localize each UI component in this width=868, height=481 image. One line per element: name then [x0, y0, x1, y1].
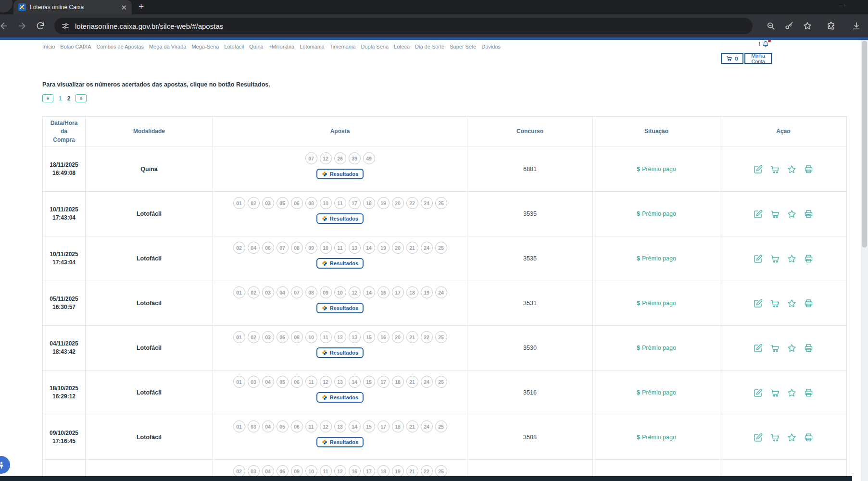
star-icon[interactable]: [787, 432, 797, 443]
nav-item-dupla-sena[interactable]: Dupla Sena: [361, 44, 389, 49]
nav-item-lotomania[interactable]: Lotomania: [300, 44, 324, 49]
cart-icon[interactable]: [770, 298, 780, 308]
accessibility-widget-icon[interactable]: [0, 456, 10, 474]
cart-icon[interactable]: [770, 164, 780, 174]
status-currency-sign: $: [637, 210, 640, 217]
site-info-icon[interactable]: [61, 22, 70, 30]
nav-item-loteca[interactable]: Loteca: [394, 44, 410, 49]
star-icon[interactable]: [787, 254, 797, 264]
pagination-page-1[interactable]: 1: [59, 95, 62, 102]
results-button[interactable]: Resultados: [316, 213, 364, 224]
extensions-icon[interactable]: [827, 21, 836, 31]
print-icon[interactable]: [804, 343, 814, 353]
cart-icon[interactable]: [770, 209, 780, 219]
bet-numbers-cell: 010304050611121314151718212425Resultados: [213, 370, 467, 415]
pagination-next-button[interactable]: »: [75, 94, 87, 102]
bet-number-chip: 03: [248, 420, 260, 432]
bet-time: 17:16:45: [52, 437, 75, 445]
print-icon[interactable]: [804, 209, 814, 219]
bet-datetime: 10/11/202517:43:04: [43, 192, 86, 236]
print-icon[interactable]: [804, 432, 814, 443]
nav-item-quina[interactable]: Quina: [249, 44, 263, 49]
nav-item-dia-de-sorte[interactable]: Dia de Sorte: [415, 44, 444, 49]
nav-item-mega-da-virada[interactable]: Mega da Virada: [149, 44, 186, 49]
cart-icon[interactable]: [770, 388, 780, 398]
print-icon[interactable]: [804, 254, 814, 264]
bet-actions: [720, 147, 847, 192]
minha-conta-button[interactable]: Minha Conta: [744, 53, 772, 64]
zoom-indicator-icon[interactable]: [766, 21, 776, 31]
edit-icon[interactable]: [753, 432, 763, 443]
results-button[interactable]: Resultados: [316, 347, 364, 358]
bet-number-chip: 02: [233, 242, 245, 254]
bookmark-star-icon[interactable]: [803, 21, 812, 31]
edit-icon[interactable]: [753, 254, 763, 264]
nav-item--milionaria[interactable]: +Milionária: [269, 44, 295, 49]
nav-item-bolao-caixa[interactable]: Bolão CAIXA: [60, 44, 91, 49]
bet-number-chip: 03: [262, 286, 274, 298]
bet-number-chip: 18: [406, 286, 418, 298]
bet-number-chip: 13: [334, 420, 346, 432]
edit-icon[interactable]: [753, 388, 763, 398]
status-currency-sign: $: [637, 389, 640, 396]
browser-tab[interactable]: Loterias online Caixa ✕: [13, 0, 132, 14]
edit-icon[interactable]: [753, 164, 763, 174]
nav-item-inicio[interactable]: Início: [42, 44, 55, 49]
results-button[interactable]: Resultados: [316, 258, 364, 269]
nav-item-lotofacil[interactable]: Lotofácil: [224, 44, 244, 49]
notifications-bell-icon[interactable]: [762, 40, 770, 49]
bet-number-chip: 01: [233, 286, 245, 298]
nav-item-timemania[interactable]: Timemania: [330, 44, 356, 49]
table-row: 18/11/202516:49:08Quina0712263949Resulta…: [43, 147, 847, 192]
cart-icon[interactable]: [770, 343, 780, 353]
scrollbar-thumb[interactable]: [862, 41, 867, 247]
star-icon[interactable]: [787, 298, 797, 308]
edit-icon[interactable]: [753, 209, 763, 219]
new-tab-button[interactable]: +: [138, 1, 144, 12]
status-text: Prêmio pago: [642, 300, 676, 307]
cart-button[interactable]: 0: [721, 53, 743, 64]
bet-modality: Lotofácil: [86, 192, 213, 236]
nav-item-super-sete[interactable]: Super Sete: [450, 44, 476, 49]
cart-icon[interactable]: [770, 432, 780, 443]
star-icon[interactable]: [787, 209, 797, 219]
pagination-prev-button[interactable]: «: [42, 94, 53, 102]
bet-number-chip: 02: [248, 286, 260, 298]
bet-numbers: 010203040708091012141617181924: [233, 286, 447, 298]
bet-date: 18/11/2025: [50, 161, 78, 169]
cart-count: 0: [735, 56, 738, 62]
url-text[interactable]: loteriasonline.caixa.gov.br/silce-web/#/…: [75, 22, 223, 30]
star-icon[interactable]: [787, 164, 797, 174]
nav-item-duvidas[interactable]: Dúvidas: [481, 44, 501, 49]
table-row: 04/11/202518:43:42Lotofácil0102030608101…: [43, 326, 847, 370]
browser-toolbar: loteriasonline.caixa.gov.br/silce-web/#/…: [0, 14, 868, 37]
results-button[interactable]: Resultados: [316, 303, 364, 313]
star-icon[interactable]: [787, 388, 797, 398]
nav-item-mega-sena[interactable]: Mega-Sena: [191, 44, 219, 49]
print-icon[interactable]: [804, 388, 814, 398]
nav-item-combos-de-apostas[interactable]: Combos de Apostas: [97, 44, 144, 49]
results-button[interactable]: Resultados: [316, 392, 364, 403]
bet-number-chip: 24: [421, 376, 433, 388]
redacted-username: [722, 42, 757, 47]
print-icon[interactable]: [804, 164, 814, 174]
edit-icon[interactable]: [753, 298, 763, 308]
cart-icon[interactable]: [770, 254, 780, 264]
bet-number-chip: 17: [377, 420, 390, 432]
pagination-page-2[interactable]: 2: [67, 95, 71, 102]
results-button[interactable]: Resultados: [316, 169, 364, 179]
star-icon[interactable]: [787, 343, 797, 353]
reload-icon[interactable]: [36, 21, 45, 31]
edit-icon[interactable]: [753, 343, 763, 353]
results-button[interactable]: Resultados: [316, 437, 364, 447]
password-key-icon[interactable]: [784, 21, 794, 31]
tab-close-icon[interactable]: ✕: [121, 4, 127, 11]
status-currency-sign: $: [637, 345, 640, 351]
page-scrollbar[interactable]: [861, 40, 868, 481]
window-minimize-icon[interactable]: —: [839, 1, 845, 8]
print-icon[interactable]: [804, 298, 814, 308]
downloads-icon[interactable]: [852, 21, 861, 31]
forward-icon[interactable]: [17, 21, 27, 31]
address-bar[interactable]: loteriasonline.caixa.gov.br/silce-web/#/…: [54, 18, 753, 34]
back-icon[interactable]: [0, 21, 9, 31]
